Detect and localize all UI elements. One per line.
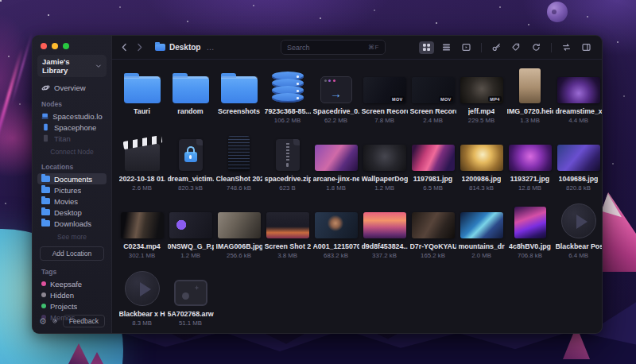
file-name: Tauri <box>134 107 150 115</box>
file-name: C0234.mp4 <box>123 242 160 250</box>
file-thumbnail <box>276 132 300 171</box>
sidebar-node-spacephone[interactable]: Spacephone <box>37 122 107 133</box>
database-icon <box>272 74 304 103</box>
zipper-icon <box>286 143 289 162</box>
settings-gear-icon[interactable]: ⚙ <box>39 317 47 326</box>
close-button[interactable] <box>41 43 47 49</box>
file-item[interactable]: Screenshots <box>215 64 263 132</box>
planet-icon <box>41 83 50 92</box>
file-item[interactable]: Blackbear x Ho...8.3 MB <box>118 267 166 333</box>
toolbar-divider <box>481 43 482 52</box>
file-item[interactable]: D7r-YQoKYAUt...165.2 kB <box>409 199 457 267</box>
format-badge: MP4 <box>488 96 501 102</box>
file-thumbnail <box>363 199 406 238</box>
file-item[interactable]: 1193271.jpg12.8 MB <box>506 132 554 199</box>
file-item[interactable]: IMG_0720.heic1.3 MB <box>506 64 554 132</box>
file-item[interactable]: arcane-jinx-ne...1.8 MB <box>312 132 360 199</box>
server-icon <box>41 134 50 142</box>
file-item[interactable]: A001_1215070...683.2 kB <box>312 199 360 267</box>
sort-order-button[interactable] <box>559 41 574 54</box>
feedback-button[interactable]: Feedback <box>63 315 105 327</box>
file-item[interactable]: 1049686.jpg820.8 kB <box>554 132 602 199</box>
sidebar-node-spacestudio[interactable]: Spacestudio.loc... <box>37 110 107 122</box>
connect-node-button[interactable]: Connect Node <box>33 148 111 156</box>
sidebar-location-desktop[interactable]: Desktop <box>37 207 107 218</box>
file-item[interactable]: Screen Shot 2...3.8 MB <box>263 199 312 267</box>
tag-assign-button[interactable] <box>509 41 524 54</box>
sidebar-location-downloads[interactable]: Downloads <box>37 218 107 229</box>
file-name: 2022-10-18 01... <box>119 175 165 183</box>
file-size: 256.6 kB <box>227 252 251 259</box>
file-item[interactable]: MOVScreen Recordi...2.4 MB <box>409 64 457 132</box>
see-more-button[interactable]: See more <box>33 233 111 241</box>
path-options-button[interactable]: … <box>206 43 214 52</box>
add-location-button[interactable]: Add Location <box>40 246 104 261</box>
tags-section-header: Tags <box>41 268 103 276</box>
file-item[interactable]: →Spacedrive_0.1...62.2 MB <box>312 64 360 132</box>
image-thumbnail <box>266 212 309 238</box>
sidebar-tag-keepsafe[interactable]: Keepsafe <box>37 278 107 289</box>
file-item[interactable]: dreamstime_x...4.4 MB <box>554 64 602 132</box>
sidebar-node-titan[interactable]: Titan <box>37 133 107 144</box>
list-view-button[interactable] <box>439 41 454 54</box>
file-item[interactable]: Tauri <box>118 64 166 132</box>
refresh-icon <box>532 43 541 52</box>
refresh-button[interactable] <box>529 41 544 54</box>
lock-icon <box>184 152 197 162</box>
file-name: WallpaperDog-... <box>362 175 408 183</box>
file-size: 1.2 MB <box>374 184 394 192</box>
file-item[interactable]: mountains_dri...2.0 MB <box>457 199 506 267</box>
sidebar-location-pictures[interactable]: Pictures <box>37 184 107 196</box>
media-view-button[interactable] <box>459 41 474 54</box>
file-thumbnail <box>412 132 455 171</box>
file-item[interactable]: 7923c368-85...106.2 MB <box>263 64 312 132</box>
grid-view-button[interactable] <box>419 41 434 54</box>
minimize-button[interactable] <box>52 43 58 49</box>
sidebar-location-documents[interactable]: Documents <box>37 173 107 184</box>
sidebar: Jamie's Library Overview Nodes Spacestud… <box>33 36 112 333</box>
breadcrumb[interactable]: Desktop … <box>155 43 214 52</box>
file-item[interactable]: 5A702768.arw51.1 MB <box>166 267 215 333</box>
file-item[interactable]: 4c8hBV0.jpg706.8 kB <box>506 199 554 267</box>
file-name: random <box>177 107 203 115</box>
sidebar-tag-hidden[interactable]: Hidden <box>37 289 107 300</box>
file-item[interactable]: 1197981.jpg6.5 MB <box>409 132 457 199</box>
spacedrop-icon[interactable] <box>52 316 57 326</box>
file-item[interactable]: dream_victim...820.3 kB <box>166 132 215 199</box>
file-name: 7923c368-85... <box>265 107 311 115</box>
small-planet <box>547 2 568 22</box>
folder-icon <box>173 76 209 103</box>
file-item[interactable]: d9d8f453824...337.2 kB <box>360 199 409 267</box>
zoom-button[interactable] <box>63 43 69 49</box>
file-item[interactable]: IMAG006B.jpg256.6 kB <box>215 199 263 267</box>
file-item[interactable]: 2022-10-18 01...2.6 MB <box>118 132 166 199</box>
video-thumbnail <box>121 212 164 238</box>
file-item[interactable]: random <box>166 64 215 132</box>
file-name: IMAG006B.jpg <box>216 242 262 250</box>
inspector-toggle-button[interactable] <box>579 41 594 54</box>
tag-dot-icon <box>41 304 46 308</box>
library-switcher[interactable]: Jamie's Library <box>37 55 107 77</box>
file-size: 1.3 MB <box>520 117 540 124</box>
image-thumbnail <box>315 212 358 238</box>
search-input[interactable]: Search ⌘F <box>281 40 386 55</box>
file-thumbnail <box>363 132 406 171</box>
file-item[interactable]: CleanShot 202...748.6 kB <box>215 132 263 199</box>
back-button[interactable] <box>120 43 129 52</box>
file-item[interactable]: 0NSWQ_G_P.p...1.2 MB <box>166 199 215 267</box>
file-item[interactable]: MP4jeff.mp4229.5 MB <box>457 64 506 132</box>
folder-icon <box>124 76 161 103</box>
file-item[interactable]: Blackbear Post...6.4 MB <box>554 199 602 267</box>
file-item[interactable]: WallpaperDog-...1.2 MB <box>360 132 409 199</box>
forward-button[interactable] <box>135 43 144 52</box>
file-item[interactable]: MOVScreen Recordi...7.8 MB <box>360 64 409 132</box>
file-item[interactable]: spacedrive.zip623 B <box>263 132 312 199</box>
file-name: d9d8f453824... <box>362 242 408 250</box>
sidebar-item-overview[interactable]: Overview <box>37 82 107 93</box>
image-thumbnail <box>519 68 541 103</box>
folder-icon <box>41 198 50 204</box>
file-item[interactable]: 1200986.jpg814.3 kB <box>457 132 506 199</box>
file-item[interactable]: C0234.mp4302.1 MB <box>118 199 166 267</box>
key-manager-button[interactable] <box>489 41 504 54</box>
sidebar-location-movies[interactable]: Movies <box>37 196 107 207</box>
